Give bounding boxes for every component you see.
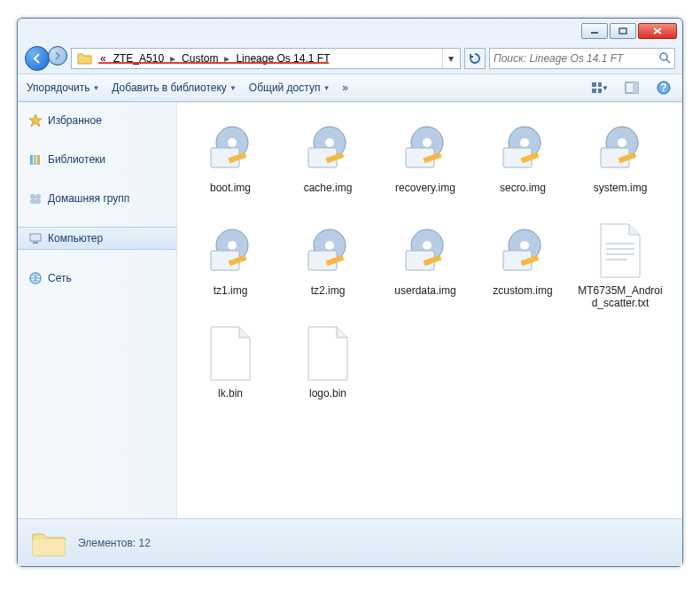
svg-point-41 <box>228 241 237 250</box>
sidebar-item-homegroup[interactable]: Домашняя групп <box>18 188 176 209</box>
chevron-down-icon: ▼ <box>323 84 330 92</box>
sidebar-label: Избранное <box>48 114 102 127</box>
search-icon[interactable] <box>658 51 671 66</box>
sidebar-item-network[interactable]: Сеть <box>18 268 176 289</box>
back-button[interactable] <box>25 46 50 71</box>
star-icon <box>28 113 43 128</box>
close-button[interactable] <box>638 23 677 39</box>
file-type-icon <box>299 222 356 279</box>
share-label: Общий доступ <box>249 82 321 94</box>
svg-rect-13 <box>37 155 40 165</box>
svg-rect-8 <box>633 82 638 93</box>
status-bar: Элементов: 12 <box>18 518 682 566</box>
svg-rect-12 <box>34 155 36 165</box>
titlebar <box>18 19 682 43</box>
chevron-down-icon: ▼ <box>602 84 609 92</box>
content-area: Избранное Библиотеки Домашняя групп <box>18 102 682 518</box>
file-item[interactable]: userdata.img <box>379 216 471 314</box>
file-item[interactable]: tz2.img <box>282 216 374 314</box>
svg-rect-17 <box>30 234 41 241</box>
library-menu[interactable]: Добавить в библиотеку ▼ <box>112 82 236 94</box>
svg-rect-0 <box>591 32 598 34</box>
minimize-button[interactable] <box>581 23 608 39</box>
file-type-icon <box>202 222 259 279</box>
svg-point-25 <box>325 138 334 147</box>
svg-point-29 <box>423 138 432 147</box>
file-type-icon <box>202 120 259 176</box>
file-item[interactable]: logo.bin <box>282 319 374 416</box>
chevron-down-icon: ▼ <box>92 84 99 92</box>
file-item[interactable]: boot.img <box>184 113 276 211</box>
file-type-icon <box>494 120 551 176</box>
maximize-button[interactable] <box>610 23 636 39</box>
navigation-pane: Избранное Библиотеки Домашняя групп <box>18 103 177 518</box>
file-item[interactable]: cache.img <box>282 113 374 211</box>
forward-button[interactable] <box>48 46 67 66</box>
file-label: tz1.img <box>214 284 248 297</box>
libraries-icon <box>28 152 43 167</box>
explorer-window: « ZTE_A510 ▸ Custom ▸ Lineage Os 14.1 FT… <box>17 18 683 567</box>
file-item[interactable]: secro.img <box>477 113 569 211</box>
sidebar-label: Сеть <box>48 272 72 284</box>
file-type-icon <box>592 222 649 279</box>
toolbar-overflow[interactable]: » <box>342 82 348 94</box>
search-input[interactable] <box>494 52 658 65</box>
svg-point-53 <box>520 241 529 250</box>
svg-point-21 <box>228 138 237 147</box>
sidebar-label: Библиотеки <box>48 153 105 166</box>
file-item[interactable]: MT6735M_Android_scatter.txt <box>574 216 666 314</box>
files-pane[interactable]: boot.imgcache.imgrecovery.imgsecro.imgsy… <box>177 103 682 518</box>
nav-buttons <box>25 46 67 71</box>
sidebar-item-favorites[interactable]: Избранное <box>18 110 176 131</box>
breadcrumb[interactable]: « ZTE_A510 ▸ Custom ▸ Lineage Os 14.1 FT… <box>71 48 461 69</box>
file-type-icon <box>299 120 356 176</box>
breadcrumb-path: « ZTE_A510 ▸ Custom ▸ Lineage Os 14.1 FT <box>97 52 442 65</box>
file-item[interactable]: lk.bin <box>184 319 276 416</box>
svg-point-15 <box>35 194 41 199</box>
file-item[interactable]: system.img <box>574 113 666 211</box>
view-options-button[interactable]: ▼ <box>590 78 610 97</box>
svg-rect-11 <box>30 155 33 165</box>
file-label: secro.img <box>500 182 546 194</box>
svg-rect-3 <box>592 82 596 87</box>
annotation-underline <box>98 62 329 64</box>
svg-rect-18 <box>33 242 38 244</box>
share-menu[interactable]: Общий доступ ▼ <box>249 82 331 94</box>
organize-label: Упорядочить <box>27 82 89 94</box>
library-label: Добавить в библиотеку <box>112 82 227 94</box>
address-bar: « ZTE_A510 ▸ Custom ▸ Lineage Os 14.1 FT… <box>18 43 682 74</box>
file-label: userdata.img <box>394 284 455 297</box>
file-type-icon <box>592 120 649 176</box>
svg-text:?: ? <box>660 82 666 94</box>
preview-pane-button[interactable] <box>622 78 642 97</box>
svg-point-45 <box>325 241 334 250</box>
sidebar-item-libraries[interactable]: Библиотеки <box>18 149 176 170</box>
search-box[interactable] <box>489 48 675 69</box>
network-icon <box>28 271 43 285</box>
svg-point-33 <box>520 138 529 147</box>
sidebar-item-computer[interactable]: Компьютер <box>18 227 176 250</box>
help-button[interactable]: ? <box>654 78 673 97</box>
svg-rect-16 <box>30 199 41 204</box>
file-type-icon <box>202 325 259 382</box>
file-label: MT6735M_Android_scatter.txt <box>577 284 664 310</box>
file-type-icon <box>397 222 454 279</box>
file-label: boot.img <box>210 182 251 194</box>
computer-icon <box>28 231 43 245</box>
file-item[interactable]: tz1.img <box>184 216 276 314</box>
organize-menu[interactable]: Упорядочить ▼ <box>27 82 99 94</box>
folder-icon <box>77 51 93 66</box>
svg-rect-5 <box>592 89 596 93</box>
svg-point-49 <box>423 241 432 250</box>
svg-rect-1 <box>619 28 626 34</box>
file-type-icon <box>299 325 356 382</box>
toolbar: Упорядочить ▼ Добавить в библиотеку ▼ Об… <box>18 74 682 102</box>
refresh-button[interactable] <box>464 48 486 69</box>
file-item[interactable]: zcustom.img <box>477 216 569 314</box>
breadcrumb-dropdown[interactable]: ▾ <box>442 49 458 68</box>
sidebar-label: Домашняя групп <box>48 192 129 205</box>
file-label: cache.img <box>304 182 353 194</box>
chevron-down-icon: ▼ <box>229 84 237 92</box>
file-item[interactable]: recovery.img <box>379 113 471 211</box>
file-type-icon <box>397 120 454 176</box>
